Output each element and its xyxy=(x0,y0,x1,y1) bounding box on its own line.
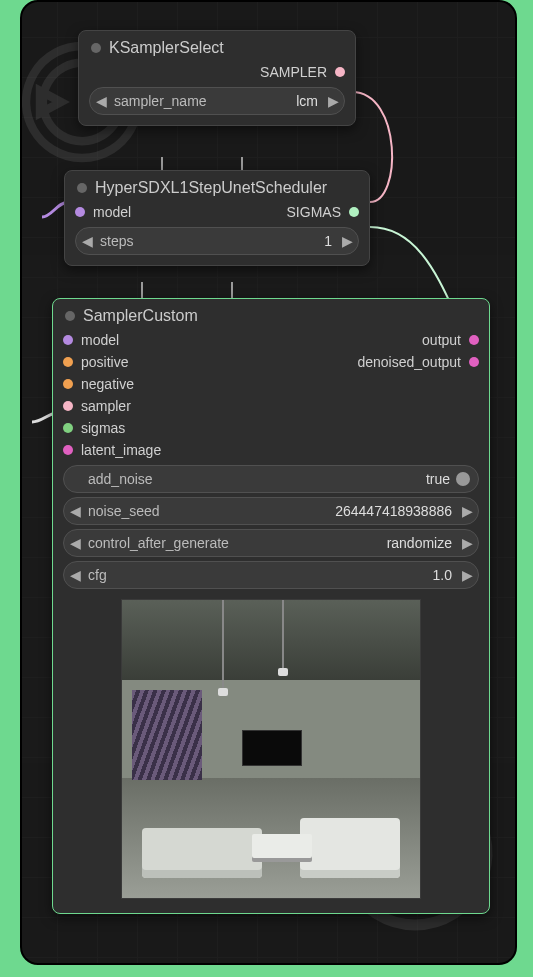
node-title-text: HyperSDXL1StepUnetScheduler xyxy=(95,179,327,197)
collapse-dot-icon[interactable] xyxy=(91,43,101,53)
input-socket-icon[interactable] xyxy=(63,357,73,367)
input-label: negative xyxy=(81,376,134,392)
node-sampler-custom[interactable]: SamplerCustom model output positive deno… xyxy=(52,298,490,914)
widget-label: add_noise xyxy=(84,471,153,487)
output-row-output: output xyxy=(422,332,479,348)
output-row-denoised: denoised_output xyxy=(357,354,479,370)
widget-value: 1.0 xyxy=(107,567,458,583)
output-socket-icon[interactable] xyxy=(469,357,479,367)
output-label: output xyxy=(422,332,461,348)
node-title[interactable]: SamplerCustom xyxy=(53,299,489,329)
output-socket-icon[interactable] xyxy=(469,335,479,345)
widget-noise-seed[interactable]: ◀ noise_seed 264447418938886 ▶ xyxy=(63,497,479,525)
input-row-sampler: sampler xyxy=(53,395,489,417)
io-row: model SIGMAS xyxy=(65,201,369,223)
chevron-right-icon[interactable]: ▶ xyxy=(338,233,356,249)
output-row-sigmas: SIGMAS xyxy=(287,204,359,220)
chevron-left-icon[interactable]: ◀ xyxy=(66,535,84,551)
output-label: SIGMAS xyxy=(287,204,341,220)
input-label: sigmas xyxy=(81,420,125,436)
chevron-left-icon[interactable]: ◀ xyxy=(66,567,84,583)
output-socket-icon[interactable] xyxy=(349,207,359,217)
output-row-sampler: SAMPLER xyxy=(79,61,355,83)
widget-label: steps xyxy=(96,233,133,249)
node-title[interactable]: HyperSDXL1StepUnetScheduler xyxy=(65,171,369,201)
input-socket-icon[interactable] xyxy=(63,445,73,455)
input-label: positive xyxy=(81,354,128,370)
node-title-text: KSamplerSelect xyxy=(109,39,224,57)
input-row-model: model xyxy=(75,204,131,220)
input-socket-icon[interactable] xyxy=(63,423,73,433)
collapse-dot-icon[interactable] xyxy=(65,311,75,321)
node-title[interactable]: KSamplerSelect xyxy=(79,31,355,61)
widget-sampler-name[interactable]: ◀ sampler_name lcm ▶ xyxy=(89,87,345,115)
output-label: denoised_output xyxy=(357,354,461,370)
node-title-text: SamplerCustom xyxy=(83,307,198,325)
chevron-right-icon[interactable]: ▶ xyxy=(458,503,476,519)
widget-value: randomize xyxy=(229,535,458,551)
widget-label: control_after_generate xyxy=(84,535,229,551)
collapse-dot-icon[interactable] xyxy=(77,183,87,193)
chevron-right-icon[interactable]: ▶ xyxy=(458,567,476,583)
chevron-left-icon[interactable]: ◀ xyxy=(66,503,84,519)
widget-label: sampler_name xyxy=(110,93,207,109)
toggle-dot-icon[interactable] xyxy=(456,472,470,486)
widget-label: noise_seed xyxy=(84,503,160,519)
node-hypersdxl-scheduler[interactable]: HyperSDXL1StepUnetScheduler model SIGMAS… xyxy=(64,170,370,266)
input-row-latent-image: latent_image xyxy=(53,439,489,461)
widget-value: lcm xyxy=(207,93,324,109)
widget-control-after-generate[interactable]: ◀ control_after_generate randomize ▶ xyxy=(63,529,479,557)
chevron-left-icon[interactable]: ◀ xyxy=(92,93,110,109)
input-row-sigmas: sigmas xyxy=(53,417,489,439)
input-socket-icon[interactable] xyxy=(63,379,73,389)
widget-cfg[interactable]: ◀ cfg 1.0 ▶ xyxy=(63,561,479,589)
node-ksampler-select[interactable]: KSamplerSelect SAMPLER ◀ sampler_name lc… xyxy=(78,30,356,126)
widget-value: true xyxy=(153,471,456,487)
input-row-positive: positive xyxy=(63,354,128,370)
input-label: model xyxy=(93,204,131,220)
input-socket-icon[interactable] xyxy=(63,335,73,345)
input-socket-icon[interactable] xyxy=(75,207,85,217)
widget-label: cfg xyxy=(84,567,107,583)
widget-value: 264447418938886 xyxy=(160,503,458,519)
app-frame: KSamplerSelect SAMPLER ◀ sampler_name lc… xyxy=(20,0,517,965)
io-row-2: positive denoised_output xyxy=(53,351,489,373)
input-label: model xyxy=(81,332,119,348)
widget-value: 1 xyxy=(133,233,338,249)
output-socket-icon[interactable] xyxy=(335,67,345,77)
input-label: latent_image xyxy=(81,442,161,458)
preview-image[interactable] xyxy=(121,599,421,899)
chevron-left-icon[interactable]: ◀ xyxy=(78,233,96,249)
widget-steps[interactable]: ◀ steps 1 ▶ xyxy=(75,227,359,255)
widget-add-noise[interactable]: add_noise true xyxy=(63,465,479,493)
input-socket-icon[interactable] xyxy=(63,401,73,411)
output-label: SAMPLER xyxy=(260,64,327,80)
chevron-right-icon[interactable]: ▶ xyxy=(324,93,342,109)
io-row-1: model output xyxy=(53,329,489,351)
chevron-right-icon[interactable]: ▶ xyxy=(458,535,476,551)
input-row-model: model xyxy=(63,332,119,348)
input-row-negative: negative xyxy=(53,373,489,395)
input-label: sampler xyxy=(81,398,131,414)
